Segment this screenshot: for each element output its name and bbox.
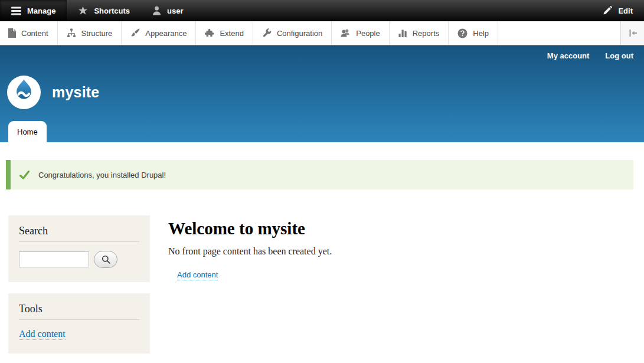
- search-button[interactable]: [94, 251, 117, 268]
- toolbar-item-manage[interactable]: Manage: [0, 0, 67, 21]
- status-message: Congratulations, you installed Drupal!: [6, 160, 633, 189]
- action-link-item: Add content: [177, 269, 332, 280]
- menu-item-label: Appearance: [145, 29, 187, 38]
- tray-spacer: [498, 21, 620, 45]
- tools-block: Tools Add content: [8, 293, 150, 354]
- structure-icon: [67, 28, 76, 38]
- page-content: Search Tools Add content Welcome to mysi…: [8, 215, 633, 354]
- block-divider: [19, 319, 139, 320]
- main-content: Welcome to mysite No front page content …: [168, 215, 332, 280]
- status-message-text: Congratulations, you installed Drupal!: [38, 171, 166, 179]
- menu-item-content[interactable]: Content: [0, 21, 58, 45]
- toolbar-item-label: Shortcuts: [94, 6, 130, 15]
- search-block: Search: [8, 215, 150, 282]
- menu-item-label: Content: [21, 29, 48, 38]
- toolbar-orientation-toggle[interactable]: [620, 21, 644, 45]
- admin-menu-tray: Content Structure Appearance Extend Conf…: [0, 21, 644, 45]
- reports-icon: [398, 28, 407, 38]
- toolbar-item-label: Edit: [618, 6, 633, 15]
- appearance-icon: [130, 28, 140, 38]
- action-links: Add content: [168, 269, 332, 280]
- toolbar-spacer: [195, 0, 592, 21]
- tools-add-content-link[interactable]: Add content: [19, 329, 66, 340]
- site-header: My account Log out mysite Home: [0, 45, 644, 142]
- tab-home[interactable]: Home: [8, 121, 47, 142]
- site-branding: mysite: [7, 76, 99, 109]
- arrow-to-bar-icon: [627, 28, 638, 38]
- extend-icon: [205, 28, 214, 38]
- secondary-menu: My account Log out: [547, 51, 633, 60]
- user-icon: [152, 6, 161, 15]
- toolbar-item-user[interactable]: user: [141, 0, 194, 21]
- site-name[interactable]: mysite: [52, 84, 99, 101]
- drupal-logo[interactable]: [7, 76, 41, 109]
- toolbar-item-label: Manage: [27, 6, 55, 15]
- menu-item-extend[interactable]: Extend: [196, 21, 253, 45]
- tools-block-title: Tools: [19, 303, 139, 315]
- menu-item-label: Extend: [220, 29, 243, 38]
- logout-link[interactable]: Log out: [605, 51, 633, 60]
- sidebar-first: Search Tools Add content: [8, 215, 150, 354]
- menu-item-help[interactable]: Help: [449, 21, 498, 45]
- menu-item-label: Reports: [413, 29, 440, 38]
- empty-frontpage-text: No front page content has been created y…: [168, 246, 332, 257]
- pencil-icon: [603, 6, 612, 15]
- primary-tabs: Home: [8, 121, 47, 142]
- search-block-title: Search: [19, 225, 139, 237]
- menu-item-structure[interactable]: Structure: [58, 21, 122, 45]
- search-form: [19, 251, 139, 268]
- my-account-link[interactable]: My account: [547, 51, 590, 60]
- toolbar-item-shortcuts[interactable]: Shortcuts: [67, 0, 141, 21]
- help-icon: [457, 28, 468, 38]
- checkmark-icon: [19, 171, 30, 179]
- configuration-icon: [262, 28, 272, 38]
- admin-toolbar: Manage Shortcuts user Edit: [0, 0, 644, 21]
- block-divider: [19, 241, 139, 242]
- page-title: Welcome to mysite: [168, 219, 332, 238]
- toolbar-item-edit[interactable]: Edit: [591, 0, 644, 21]
- star-icon: [78, 6, 88, 15]
- search-icon: [102, 255, 110, 264]
- menu-item-label: Configuration: [277, 29, 322, 38]
- menu-item-reports[interactable]: Reports: [390, 21, 449, 45]
- content-icon: [8, 28, 16, 38]
- menu-item-people[interactable]: People: [332, 21, 389, 45]
- menu-item-label: Help: [473, 29, 489, 38]
- toolbar-item-label: user: [167, 6, 183, 15]
- people-icon: [341, 28, 351, 38]
- menu-item-label: Structure: [81, 29, 113, 38]
- search-input[interactable]: [19, 251, 89, 267]
- menu-item-appearance[interactable]: Appearance: [122, 21, 196, 45]
- menu-item-label: People: [356, 29, 380, 38]
- add-content-link[interactable]: Add content: [177, 270, 218, 280]
- menu-item-configuration[interactable]: Configuration: [253, 21, 332, 45]
- menu-icon: [11, 6, 21, 15]
